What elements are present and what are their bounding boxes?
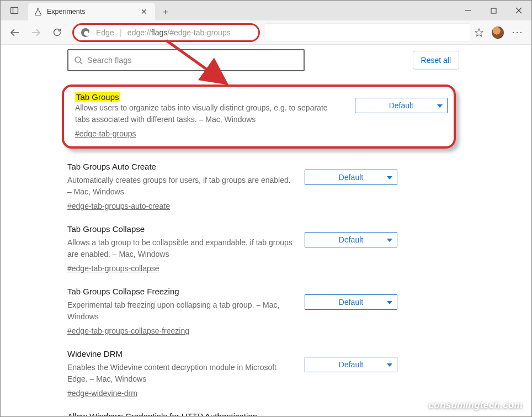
watermark: consumingtech.com [429,400,523,411]
tab-close-icon[interactable]: ✕ [139,6,150,17]
edge-icon [81,28,91,38]
flag-state-select[interactable]: Default [355,98,448,113]
highlighted-flag: Tab Groups Allows users to organize tabs… [62,85,456,149]
favorite-button[interactable] [471,24,487,41]
flag-description: Automatically creates groups for users, … [67,175,294,198]
flag-description: Experimental tab freezing upon collapsin… [67,299,294,323]
flag-description: Allows a tab group to be collapsible and… [67,237,294,260]
refresh-button[interactable] [47,23,67,43]
toolbar: Edge | edge://flags/#edge-tab-groups ··· [1,20,531,45]
flag-anchor-link[interactable]: #edge-tab-groups [75,129,136,138]
page-content[interactable]: Reset all Tab Groups Allows users to org… [1,46,531,416]
flag-row: Tab Groups Collapse FreezingExperimental… [7,273,459,336]
maximize-button[interactable] [481,1,506,20]
flag-row: Tab Groups Auto CreateAutomatically crea… [7,149,459,211]
flag-anchor-link[interactable]: #edge-tab-groups-collapse-freezing [67,326,189,335]
forward-button[interactable] [26,23,46,43]
window-controls [455,1,531,20]
flag-anchor-link[interactable]: #edge-tab-groups-auto-create [67,202,170,210]
search-icon [74,56,83,65]
flag-state-select[interactable]: Default [305,232,397,247]
search-flags-input[interactable] [87,56,298,65]
flag-state-select[interactable]: Default [305,294,397,310]
flag-row: Tab Groups CollapseAllows a tab group to… [7,211,459,273]
minimize-button[interactable] [455,1,481,20]
addr-url: edge://flags/#edge-tab-groups [127,28,231,37]
flag-description: Allows users to organize tabs into visua… [75,102,344,125]
flag-row: Allow Windows Credentials for HTTP Authe… [7,398,459,416]
browser-tab[interactable]: Experiments ✕ [28,3,155,20]
reset-all-button[interactable]: Reset all [413,51,459,70]
flag-title: Tab Groups Auto Create [67,162,294,171]
addr-scheme-label: Edge [96,28,114,37]
flask-icon [34,7,42,16]
tab-title: Experiments [47,8,139,15]
flag-title: Tab Groups [75,92,120,102]
flag-title: Tab Groups Collapse Freezing [67,287,294,296]
svg-rect-3 [491,8,496,13]
window-titlebar: Experiments ✕ + [1,1,531,20]
flag-description: Enables the Widevine content decryption … [67,362,294,385]
flag-anchor-link[interactable]: #edge-tab-groups-collapse [67,264,159,273]
address-bar-rest[interactable] [265,23,470,42]
flag-title: Widevine DRM [67,349,294,358]
flag-title: Tab Groups Collapse [67,224,294,234]
flag-state-select[interactable]: Default [305,357,397,372]
more-menu-button[interactable]: ··· [508,23,527,42]
flag-anchor-link[interactable]: #edge-widevine-drm [67,389,137,398]
svg-point-6 [75,57,81,62]
flag-title: Allow Windows Credentials for HTTP Authe… [67,411,294,416]
svg-rect-0 [11,8,18,14]
back-button[interactable] [5,23,25,43]
profile-avatar[interactable] [492,27,504,39]
flag-row: Widevine DRMEnables the Widevine content… [7,336,459,398]
new-tab-button[interactable]: + [157,4,174,20]
tab-actions-icon[interactable] [1,1,28,20]
svg-line-7 [80,62,82,64]
search-flags-box[interactable] [67,49,305,71]
close-window-button[interactable] [506,1,531,20]
address-bar[interactable]: Edge | edge://flags/#edge-tab-groups [72,23,260,42]
flag-state-select[interactable]: Default [305,170,397,185]
